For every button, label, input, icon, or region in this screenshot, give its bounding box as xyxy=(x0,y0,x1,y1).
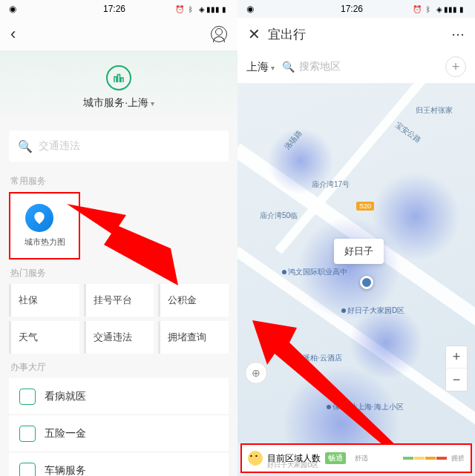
search-input[interactable]: 🔍 搜索地区 xyxy=(282,60,438,73)
poi-label: 归王村张家 xyxy=(416,105,453,116)
face-icon xyxy=(248,451,263,466)
highway-badge: S20 xyxy=(356,202,374,211)
alarm-icon: ⏰ xyxy=(175,4,184,13)
search-icon: 🔍 xyxy=(18,139,33,153)
hero: 城市服务·上海 xyxy=(0,50,238,125)
wifi-icon: ◈ xyxy=(197,4,206,13)
more-button[interactable]: ⋯ xyxy=(451,26,465,42)
hot-item[interactable]: 挂号平台 xyxy=(84,284,154,317)
section-common: 常用服务 xyxy=(0,168,238,192)
list-item[interactable]: 车辆服务 xyxy=(9,452,229,476)
sim-icon: ◉ xyxy=(9,4,16,14)
zoom-control: + − xyxy=(445,346,468,391)
heatmap-icon xyxy=(25,204,53,232)
zoom-out-button[interactable]: − xyxy=(446,368,467,391)
clock: 17:26 xyxy=(53,4,175,14)
legend-label: 舒适 xyxy=(355,454,368,463)
section-office: 办事大厅 xyxy=(0,354,238,378)
search-icon: 🔍 xyxy=(282,61,295,73)
crowd-sublabel: 好日子大家园D区 xyxy=(267,460,319,470)
poi-label: 庙介湾17号 xyxy=(312,179,350,190)
hot-item[interactable]: 天气 xyxy=(9,321,79,354)
medical-icon xyxy=(19,389,36,405)
sim-icon: ◉ xyxy=(246,4,254,14)
poi-label: 鸿文国际职业高中 xyxy=(282,267,347,277)
add-button[interactable]: + xyxy=(445,56,466,77)
legend-label: 拥挤 xyxy=(451,454,465,463)
search-placeholder: 搜索地区 xyxy=(299,60,341,73)
navbar: ‹ xyxy=(0,18,238,50)
search-input[interactable]: 🔍 交通违法 xyxy=(9,130,229,162)
city-icon xyxy=(106,65,131,90)
bluetooth-icon: ᛒ xyxy=(186,4,195,13)
search-placeholder: 交通违法 xyxy=(39,139,80,153)
legend-bar xyxy=(403,457,447,460)
close-button[interactable]: ✕ xyxy=(248,25,261,43)
page-title: 宜出行 xyxy=(261,26,451,43)
map-pin xyxy=(360,276,373,289)
statusbar: ◉ 17:26 ⏰ᛒ◈▮▮▮▮ xyxy=(238,0,475,18)
city-services-screen: ◉ 17:26 ⏰ ᛒ ◈ ▮▮▮ ▮ ‹ 城市服务·上海 🔍 交通违法 常用服… xyxy=(0,0,238,476)
vehicle-icon xyxy=(19,463,36,477)
statusbar: ◉ 17:26 ⏰ ᛒ ◈ ▮▮▮ ▮ xyxy=(0,0,238,18)
crowd-bar[interactable]: 目前区域人数 畅通 舒适 拥挤 好日子大家园D区 xyxy=(240,443,472,473)
heatmap-label: 城市热力图 xyxy=(18,237,71,248)
section-hot: 热门服务 xyxy=(0,260,238,284)
list-item[interactable]: 看病就医 xyxy=(9,378,229,415)
poi-label: 庙介湾50临 xyxy=(260,211,298,221)
office-list: 看病就医 五险一金 车辆服务 xyxy=(9,378,229,476)
clock: 17:26 xyxy=(291,4,413,14)
navbar: ✕ 宜出行 ⋯ xyxy=(238,18,475,50)
poi-label: 好日子大家园D区 xyxy=(341,305,404,316)
hot-item[interactable]: 公积金 xyxy=(158,284,229,317)
hot-grid: 社保 挂号平台 公积金 天气 交通违法 拥堵查询 xyxy=(9,284,229,354)
status-icons: ⏰ᛒ◈▮▮▮▮ xyxy=(413,4,466,13)
locate-button[interactable]: ⊕ xyxy=(245,362,267,384)
signal-icon: ▮▮▮ xyxy=(209,4,217,13)
map-canvas[interactable]: 庙介湾17号 庙介湾50临 鸿文国际职业高中 好日子大家园D区 如家派柏·云酒店… xyxy=(238,83,475,443)
poi-label: 保利·叶上海·海上小区 xyxy=(327,402,404,412)
map-callout[interactable]: 好日子 xyxy=(334,239,384,264)
insurance-icon xyxy=(19,426,36,442)
heatmap-screen: ◉ 17:26 ⏰ᛒ◈▮▮▮▮ ✕ 宜出行 ⋯ 上海 🔍 搜索地区 + 庙介湾1… xyxy=(238,0,475,476)
hot-item[interactable]: 社保 xyxy=(9,284,79,317)
hot-item[interactable]: 拥堵查询 xyxy=(158,321,229,354)
list-item[interactable]: 五险一金 xyxy=(9,415,229,452)
back-button[interactable]: ‹ xyxy=(10,24,16,44)
status-icons: ⏰ ᛒ ◈ ▮▮▮ ▮ xyxy=(175,4,229,13)
heatmap-card[interactable]: 城市热力图 xyxy=(9,192,80,260)
hot-item[interactable]: 交通违法 xyxy=(84,321,154,354)
city-selector[interactable]: 城市服务·上海 xyxy=(83,96,154,110)
status-badge: 畅通 xyxy=(325,452,346,464)
zoom-in-button[interactable]: + xyxy=(446,346,467,368)
search-row: 上海 🔍 搜索地区 + xyxy=(238,50,475,83)
battery-icon: ▮ xyxy=(220,4,229,13)
city-selector[interactable]: 上海 xyxy=(246,60,275,74)
road-label: 宝安公路 xyxy=(393,120,424,145)
profile-icon[interactable] xyxy=(211,26,227,42)
poi-label: 如家派柏·云酒店 xyxy=(282,353,342,363)
